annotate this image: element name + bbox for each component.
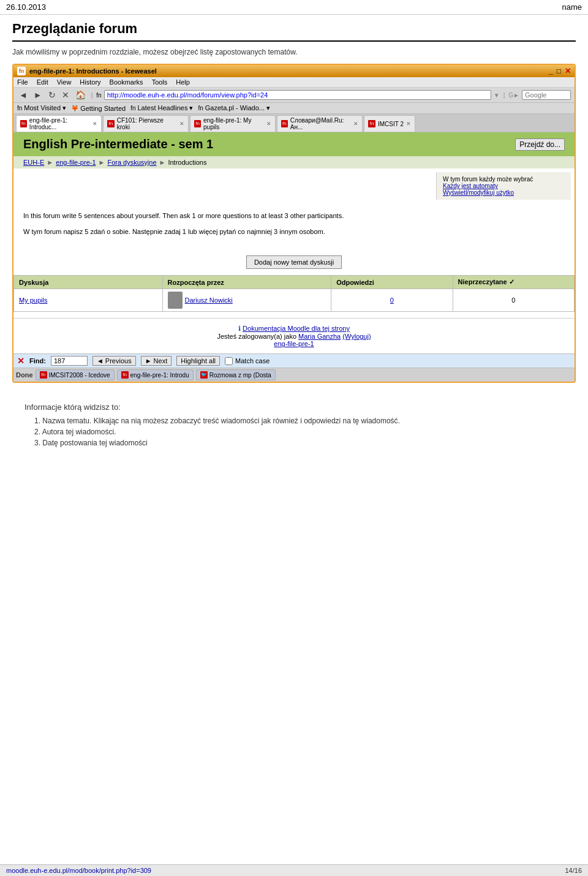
breadcrumb-eng[interactable]: eng-file-pre-1	[56, 159, 96, 166]
tab-1-favicon: fn	[107, 120, 115, 127]
menu-help[interactable]: Help	[176, 78, 190, 86]
menu-edit[interactable]: Edit	[37, 78, 48, 86]
col-header-przez: Rozpoczęta przez	[162, 276, 331, 289]
moodle-footer: ℹ Dokumentacja Moodle dla tej strony Jes…	[13, 318, 575, 353]
user-link[interactable]: Maria Ganzha	[298, 333, 341, 340]
replies-link[interactable]: 0	[390, 296, 394, 304]
match-case-label[interactable]: Match case	[225, 357, 270, 365]
logout-link[interactable]: (Wyloguj)	[342, 333, 371, 340]
author-link[interactable]: Dariusz Nowicki	[185, 296, 233, 304]
forum-desc-pl: W tym forum napisz 5 zdań o sobie. Nastę…	[23, 227, 565, 238]
moodle-page: English Pre-intermediate - sem 1 Przejdź…	[13, 132, 575, 353]
content-area: W tym forum każdy może wybrać Każdy jest…	[13, 168, 575, 249]
bookmark-headlines[interactable]: fn Latest Headlines ▾	[130, 104, 193, 112]
taskbar-label-0: IMCSIT2008 - Icedove	[49, 372, 110, 379]
breadcrumb-fora[interactable]: Fora dyskusyjne	[107, 159, 156, 166]
taskbar-label-1: eng-file-pre-1: Introdu	[130, 372, 189, 379]
breadcrumb: EUH-E ► eng-file-pre-1 ► Fora dyskusyjne…	[13, 156, 575, 168]
tab-1-close[interactable]: ✕	[179, 121, 184, 127]
find-close-button[interactable]: ✕	[17, 356, 24, 366]
info-item-1: Nazwa tematu. Klikając na nią możesz zob…	[24, 417, 564, 425]
back-button[interactable]: ◄	[17, 89, 29, 100]
forum-desc-en: In this forum write 5 sentences about yo…	[23, 211, 565, 222]
maximize-icon[interactable]: □	[557, 67, 561, 75]
address-bar[interactable]	[104, 90, 491, 100]
home-button[interactable]: 🏠	[74, 89, 88, 100]
moodle-doc-row: ℹ Dokumentacja Moodle dla tej strony	[20, 325, 568, 333]
taskbar-item-2[interactable]: 🐦 Rozmowa z mp (Dosta	[196, 369, 276, 380]
author-cell: Dariusz Nowicki	[162, 289, 331, 312]
bookmark-most-visited[interactable]: fn Most Visited ▾	[17, 104, 66, 112]
intro-text: Jak mówiliśmy w poprzednim rozdziale, mo…	[12, 48, 576, 56]
tab-3[interactable]: fn Словари@Mail.Ru: Ан... ✕	[277, 115, 363, 132]
tab-1[interactable]: fn CF101: Pierwsze kroki ✕	[103, 115, 189, 132]
right-panel-link1[interactable]: Każdy jest automaty	[443, 183, 565, 189]
find-next-button[interactable]: ► Next	[141, 356, 172, 366]
gazeta-label: Gazeta.pl - Wiado... ▾	[205, 104, 270, 112]
page-title: Przeglądanie forum	[12, 21, 576, 42]
find-label: Find:	[29, 357, 46, 364]
taskbar-favicon-1: fn	[121, 371, 129, 379]
tab-2-favicon: fn	[194, 120, 201, 127]
right-panel-link2[interactable]: Wyświetl/modyfikuj użytko	[443, 189, 565, 196]
browser-menubar: File Edit View History Bookmarks Tools H…	[13, 77, 575, 88]
menu-history[interactable]: History	[80, 78, 100, 86]
menu-bookmarks[interactable]: Bookmarks	[110, 78, 143, 86]
discussions-table: Dyskusja Rozpoczęta przez Odpowiedzi Nie…	[13, 275, 575, 312]
menu-tools[interactable]: Tools	[152, 78, 168, 86]
tab-4-label: IMCSIT 2	[378, 121, 404, 127]
page-header: 26.10.2013 name	[0, 0, 588, 15]
replies-cell: 0	[331, 289, 453, 312]
most-visited-label: Most Visited ▾	[24, 104, 66, 112]
find-previous-button[interactable]: ◄ Previous	[92, 356, 136, 366]
taskbar-item-0[interactable]: fn IMCSIT2008 - Icedove	[36, 369, 115, 380]
browser-toolbar: ◄ ► ↻ ✕ 🏠 | fn ▼ | G►	[13, 88, 575, 103]
main-content: Przeglądanie forum Jak mówiliśmy w poprz…	[0, 15, 588, 466]
close-icon[interactable]: ✕	[565, 67, 571, 75]
add-topic-button[interactable]: Dodaj nowy temat dyskusji	[246, 255, 342, 269]
browser-window: fn eng-file-pre-1: Introductions - Icewe…	[12, 64, 576, 383]
course-link-row: eng-file-pre-1	[20, 340, 568, 347]
tab-2[interactable]: fn eng-file-pre-1: My pupils ✕	[190, 115, 276, 132]
tab-4[interactable]: fn IMCSIT 2 ✕	[364, 115, 415, 132]
table-row: My pupils Dariusz Nowicki 0 0	[14, 289, 575, 312]
taskbar-item-1[interactable]: fn eng-file-pre-1: Introdu	[117, 369, 194, 380]
search-input[interactable]	[522, 90, 571, 100]
done-label: Done	[16, 371, 33, 379]
getting-started-label: Getting Started	[80, 105, 126, 112]
doc-link[interactable]: Dokumentacja Moodle dla tej strony	[243, 325, 350, 332]
match-case-text: Match case	[235, 357, 270, 364]
getting-started-icon: 🦊	[71, 105, 78, 111]
info-item-2: Autora tej wiadomości.	[24, 428, 564, 436]
bookmark-gazeta[interactable]: fn Gazeta.pl - Wiado... ▾	[198, 104, 270, 112]
col-header-nieprzeczytane: Nieprzeczytane ✓	[453, 276, 574, 289]
menu-view[interactable]: View	[57, 78, 72, 86]
tab-4-close[interactable]: ✕	[406, 121, 411, 127]
find-input[interactable]	[51, 356, 88, 366]
browser-titlebar: fn eng-file-pre-1: Introductions - Icewe…	[13, 65, 575, 77]
menu-file[interactable]: File	[17, 78, 28, 86]
tab-0[interactable]: fn eng-file-pre-1: Introduc... ✕	[16, 115, 102, 132]
tab-3-close[interactable]: ✕	[353, 121, 358, 127]
table-header-row: Dyskusja Rozpoczęta przez Odpowiedzi Nie…	[14, 276, 575, 289]
breadcrumb-arrow-1: ►	[47, 159, 53, 166]
col-header-dyskusja: Dyskusja	[14, 276, 163, 289]
discussion-link[interactable]: My pupils	[19, 296, 47, 304]
stop-button[interactable]: ✕	[60, 89, 71, 100]
highlight-all-button[interactable]: Highlight all	[176, 356, 220, 366]
breadcrumb-current: Introductions	[168, 159, 206, 166]
author-avatar	[168, 292, 183, 309]
minimize-icon[interactable]: _	[549, 67, 553, 75]
logged-as-text: Jesteś zalogowany(a) jako	[217, 333, 296, 340]
bookmark-getting-started[interactable]: 🦊 Getting Started	[71, 105, 126, 112]
reload-button[interactable]: ↻	[47, 89, 58, 100]
match-case-checkbox[interactable]	[225, 357, 233, 365]
breadcrumb-euh[interactable]: EUH-E	[23, 159, 44, 166]
tab-2-close[interactable]: ✕	[266, 121, 271, 127]
info-item-3: Datę postowania tej wiadomości	[24, 439, 564, 447]
most-visited-icon: fn	[17, 105, 22, 111]
goto-button[interactable]: Przejdź do...	[515, 138, 565, 151]
course-link[interactable]: eng-file-pre-1	[274, 340, 314, 347]
forward-button[interactable]: ►	[32, 89, 44, 100]
tab-0-close[interactable]: ✕	[92, 121, 97, 127]
